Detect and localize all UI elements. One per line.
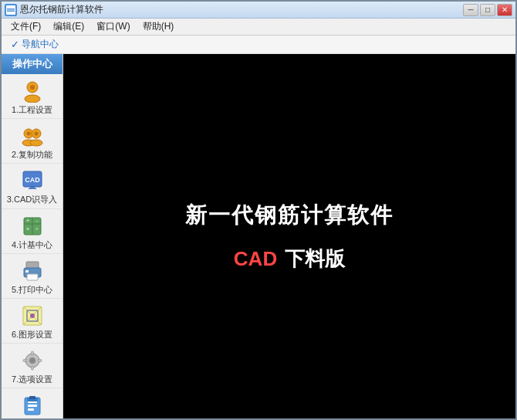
- copy-icon: [20, 124, 45, 148]
- sidebar-item-cad[interactable]: CAD 3.CAD识导入: [2, 164, 63, 208]
- sidebar-header: 操作中心: [2, 54, 63, 74]
- toolbar: ✓ 导航中心: [2, 36, 515, 54]
- sidebar-label-project: 1.工程设置: [12, 105, 52, 115]
- content-area: 新一代钢筋计算软件 CAD 下料版: [63, 54, 515, 418]
- svg-text:CAD: CAD: [25, 176, 40, 184]
- svg-rect-1: [7, 8, 15, 10]
- title-bar-left: 恩尔托钢筋计算软件: [5, 3, 103, 16]
- sidebar-label-cad: 3.CAD识导入: [7, 195, 57, 205]
- window-controls: ─ □ ✕: [463, 4, 512, 16]
- svg-text:÷: ÷: [35, 226, 39, 232]
- sidebar-item-drawing[interactable]: 6.图形设置: [2, 299, 63, 344]
- svg-rect-34: [23, 360, 27, 362]
- svg-text:+: +: [25, 218, 29, 223]
- sidebar-item-options[interactable]: 7.选项设置: [2, 344, 63, 388]
- project-icon: [20, 79, 45, 103]
- sidebar: 操作中心 1.工程设置: [2, 54, 63, 418]
- svg-point-11: [34, 132, 38, 136]
- svg-rect-23: [27, 274, 38, 280]
- main-area: 操作中心 1.工程设置: [2, 54, 515, 418]
- close-button[interactable]: ✕: [497, 4, 512, 16]
- calculation-icon: + - × ÷: [20, 214, 45, 239]
- svg-text:×: ×: [25, 226, 29, 232]
- sidebar-label-drawing: 6.图形设置: [12, 330, 52, 340]
- sidebar-item-backup[interactable]: 8.备份恢复: [2, 388, 63, 418]
- svg-rect-24: [25, 270, 29, 273]
- sidebar-item-copy[interactable]: 2.复制功能: [2, 119, 63, 164]
- window-title: 恩尔托钢筋计算软件: [20, 3, 103, 16]
- sidebar-label-options: 7.选项设置: [12, 374, 52, 384]
- menu-edit[interactable]: 编辑(E): [47, 19, 90, 35]
- guide-label: 导航中心: [22, 38, 59, 51]
- subtitle-row: CAD 下料版: [234, 246, 345, 273]
- svg-point-31: [29, 357, 35, 364]
- cad-label: CAD: [234, 247, 277, 271]
- sidebar-item-project[interactable]: 1.工程设置: [2, 74, 63, 119]
- svg-point-4: [25, 95, 40, 103]
- sidebar-label-copy: 2.复制功能: [12, 150, 52, 160]
- svg-point-10: [26, 132, 30, 136]
- svg-point-5: [30, 85, 35, 90]
- app-icon: [5, 4, 17, 16]
- maximize-button[interactable]: □: [480, 4, 495, 16]
- options-icon: [20, 348, 45, 373]
- sidebar-item-print[interactable]: 5.打印中心: [2, 254, 63, 299]
- menu-bar: 文件(F) 编辑(E) 窗口(W) 帮助(H): [2, 19, 515, 36]
- sidebar-label-print: 5.打印中心: [12, 285, 52, 295]
- svg-rect-38: [28, 405, 37, 407]
- svg-rect-2: [7, 10, 15, 12]
- sidebar-item-calculation[interactable]: + - × ÷ 4.计基中心: [2, 209, 63, 254]
- menu-window[interactable]: 窗口(W): [90, 19, 136, 35]
- menu-file[interactable]: 文件(F): [5, 19, 47, 35]
- svg-rect-35: [38, 360, 42, 362]
- svg-point-29: [30, 313, 35, 318]
- check-icon: ✓: [11, 39, 19, 50]
- svg-rect-33: [31, 366, 33, 370]
- main-title: 新一代钢筋计算软件: [185, 201, 394, 230]
- edition-label: 下料版: [285, 246, 345, 273]
- main-window: 恩尔托钢筋计算软件 ─ □ ✕ 文件(F) 编辑(E) 窗口(W) 帮助(H) …: [0, 0, 517, 420]
- guide-center-button[interactable]: ✓ 导航中心: [6, 36, 63, 52]
- cad-import-icon: CAD: [20, 168, 45, 193]
- backup-icon: [20, 393, 45, 418]
- svg-rect-41: [29, 396, 35, 399]
- svg-rect-0: [6, 5, 15, 15]
- title-bar: 恩尔托钢筋计算软件 ─ □ ✕: [2, 2, 515, 19]
- sidebar-label-calculation: 4.计基中心: [12, 240, 52, 250]
- minimize-button[interactable]: ─: [463, 4, 478, 16]
- svg-rect-32: [31, 351, 33, 355]
- drawing-icon: [20, 303, 45, 328]
- print-icon: [20, 259, 45, 283]
- menu-help[interactable]: 帮助(H): [137, 19, 181, 35]
- svg-point-9: [30, 140, 42, 146]
- svg-rect-39: [28, 408, 34, 411]
